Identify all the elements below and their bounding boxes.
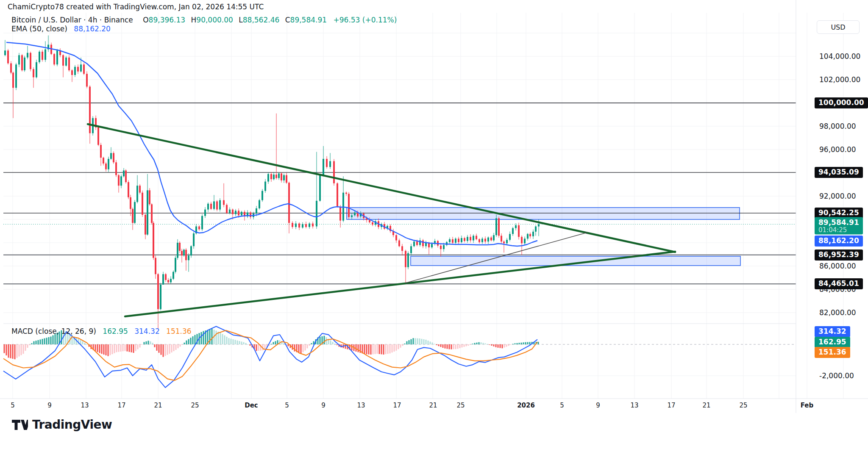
price-level-badge: 94,035.09 xyxy=(815,167,863,178)
change-value: +96.53 (+0.11%) xyxy=(334,16,397,24)
price-axis-label: 82,000.00 xyxy=(819,308,856,317)
time-axis-label: 9 xyxy=(321,402,326,409)
time-axis-label: 2026 xyxy=(517,402,535,409)
time-axis-label: Feb xyxy=(801,402,814,409)
macd-hist-value: 162.95 xyxy=(103,327,128,335)
tradingview-snapshot: ChamiCrypto78 created with TradingView.c… xyxy=(0,0,868,449)
macd-label: MACD (close, 12, 26, 9) xyxy=(11,327,96,335)
ema-value: 88,162.20 xyxy=(74,25,111,33)
macd-signal-line[interactable] xyxy=(3,330,537,380)
tradingview-logo-text: TradingView xyxy=(32,418,112,432)
open-label: O xyxy=(143,16,148,24)
chart-canvas[interactable] xyxy=(0,0,868,449)
time-axis-label: 13 xyxy=(81,402,89,409)
time-axis-label: 25 xyxy=(191,402,199,409)
time-axis-label: 9 xyxy=(47,402,52,409)
price-axis-label: 102,000.00 xyxy=(819,75,860,84)
macd-line-badge: 314.32 xyxy=(815,326,850,337)
ema-badge: 88,162.20 xyxy=(815,236,863,247)
close-value: 89,584.91 xyxy=(290,16,327,24)
time-axis-label: Dec xyxy=(245,402,258,409)
last-price-badge: 89,584.9101:04:25 xyxy=(815,217,863,235)
time-axis-label: 25 xyxy=(456,402,465,409)
time-axis-label: 21 xyxy=(702,402,710,409)
price-level-badge: 100,000.00 xyxy=(815,97,868,108)
open-value: 89,396.13 xyxy=(149,16,186,24)
time-axis-label: 13 xyxy=(357,402,365,409)
trendline-drawings xyxy=(88,124,675,316)
macd-pane xyxy=(3,326,796,387)
time-axis-label: 13 xyxy=(630,402,638,409)
ema-legend[interactable]: EMA (50, close) 88,162.20 xyxy=(11,25,111,33)
macd-line-value: 314.32 xyxy=(134,327,159,335)
candles xyxy=(4,36,540,329)
watermark: ChamiCrypto78 created with TradingView.c… xyxy=(8,3,264,11)
low-label: L xyxy=(239,16,242,24)
macd-signal-value: 151.36 xyxy=(166,327,191,335)
time-axis-label: 21 xyxy=(154,402,162,409)
price-level-badge: 84,465.01 xyxy=(815,278,863,289)
currency-toggle-button[interactable]: USD xyxy=(817,20,860,34)
countdown-timer: 01:04:25 xyxy=(818,227,859,233)
close-label: C xyxy=(285,16,290,24)
time-axis-label: 17 xyxy=(667,402,675,409)
low-value: 88,562.46 xyxy=(243,16,280,24)
time-axis-label: 25 xyxy=(739,402,747,409)
time-axis-label: 5 xyxy=(11,402,15,409)
macd-legend[interactable]: MACD (close, 12, 26, 9) 162.95 314.32 15… xyxy=(11,327,192,335)
price-axis-label: 86,000.00 xyxy=(819,262,856,270)
ema-label: EMA (50, close) xyxy=(11,25,67,33)
time-axis-label: 5 xyxy=(285,402,289,409)
price-axis-label: 92,000.00 xyxy=(819,192,856,200)
time-axis-label: 17 xyxy=(393,402,401,409)
macd-axis-label: -2,000.00 xyxy=(819,371,854,380)
macd-signal-badge: 151.36 xyxy=(815,347,850,358)
high-label: H xyxy=(191,16,197,24)
time-axis-label: 21 xyxy=(429,402,437,409)
price-level-badge: 86,952.39 xyxy=(815,249,863,261)
time-axis-label: 17 xyxy=(117,402,125,409)
high-value: 90,000.00 xyxy=(196,16,233,24)
price-axis-label: 104,000.00 xyxy=(819,52,860,61)
tradingview-logo-icon xyxy=(12,419,28,431)
price-axis-label: 96,000.00 xyxy=(819,145,856,154)
macd-hist-badge: 162.95 xyxy=(815,337,850,348)
symbol-title: Bitcoin / U.S. Dollar · 4h · Binance xyxy=(11,16,133,24)
price-axis-label: 98,000.00 xyxy=(819,122,856,130)
tradingview-logo[interactable]: TradingView xyxy=(12,418,112,432)
time-axis-label: 9 xyxy=(596,402,600,409)
symbol-legend[interactable]: Bitcoin / U.S. Dollar · 4h · Binance O89… xyxy=(11,16,397,24)
time-axis-label: 5 xyxy=(560,402,564,409)
